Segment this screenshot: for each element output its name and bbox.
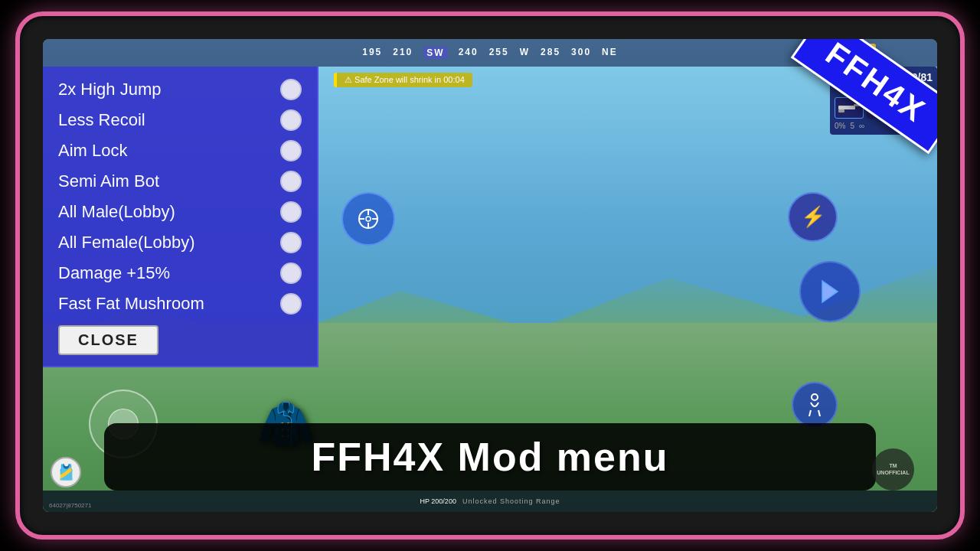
crosshair-button[interactable] bbox=[341, 192, 395, 246]
safe-zone-icon: ⚠ bbox=[345, 75, 354, 84]
mod-item-toggle-0[interactable] bbox=[280, 79, 302, 100]
mod-menu-item-1[interactable]: Less Recoil bbox=[43, 105, 317, 135]
compass-300: 300 bbox=[571, 47, 591, 59]
mod-item-label-0: 2x High Jump bbox=[58, 80, 280, 99]
compass-285: 285 bbox=[541, 47, 560, 59]
mod-item-label-1: Less Recoil bbox=[58, 110, 280, 130]
avatar-icon: 🎽 bbox=[57, 463, 76, 481]
player-coords: 64027|8750271 bbox=[49, 502, 91, 509]
watermark-line2: UNOFFICIAL bbox=[877, 470, 909, 476]
mod-item-toggle-1[interactable] bbox=[280, 109, 302, 131]
hp-display: HP 200/200 bbox=[420, 497, 456, 505]
mod-item-label-5: All Female(Lobby) bbox=[58, 233, 280, 253]
svg-line-14 bbox=[809, 410, 811, 416]
compass-w: W bbox=[520, 47, 530, 59]
mod-menu-item-6[interactable]: Damage +15% bbox=[43, 258, 317, 289]
mod-item-toggle-4[interactable] bbox=[280, 201, 302, 223]
mod-item-label-3: Semi Aim Bot bbox=[58, 171, 280, 191]
title-text: FFH4X Mod menu bbox=[311, 434, 668, 480]
mod-menu-item-2[interactable]: Aim Lock bbox=[43, 135, 317, 166]
svg-point-13 bbox=[812, 394, 818, 400]
tablet-frame: 195 210 SW 240 255 W 285 300 NE F 100 ⚠ … bbox=[15, 11, 965, 540]
compass-195: 195 bbox=[362, 47, 382, 59]
mod-item-toggle-6[interactable] bbox=[280, 262, 302, 284]
compass-210: 210 bbox=[393, 47, 413, 59]
ability-button[interactable]: ⚡ bbox=[788, 192, 838, 242]
bottom-status-text: Unlocked Shooting Range bbox=[462, 497, 560, 505]
mod-menu-item-3[interactable]: Semi Aim Bot bbox=[43, 166, 317, 197]
svg-marker-12 bbox=[822, 281, 838, 302]
svg-line-15 bbox=[818, 410, 820, 416]
compass-255: 255 bbox=[489, 47, 509, 59]
mod-menu-item-7[interactable]: Fast Fat Mushroom bbox=[43, 289, 317, 319]
mod-item-toggle-2[interactable] bbox=[280, 140, 302, 161]
mod-item-toggle-3[interactable] bbox=[280, 171, 302, 192]
mod-item-label-2: Aim Lock bbox=[58, 141, 280, 161]
close-button[interactable]: CLOSE bbox=[58, 325, 158, 355]
corner-logo-text: FFH4X bbox=[791, 39, 937, 154]
mod-menu-item-0[interactable]: 2x High Jump bbox=[43, 74, 317, 105]
svg-point-11 bbox=[366, 217, 371, 221]
compass-sw: SW bbox=[423, 47, 447, 59]
mod-item-label-7: Fast Fat Mushroom bbox=[58, 294, 280, 314]
shoot-button[interactable] bbox=[799, 261, 861, 322]
safe-zone-text: Safe Zone will shrink in 00:04 bbox=[354, 75, 465, 84]
mod-menu-item-5[interactable]: All Female(Lobby) bbox=[43, 227, 317, 258]
compass-bar: 195 210 SW 240 255 W 285 300 NE bbox=[362, 47, 618, 59]
compass-ne: NE bbox=[602, 47, 618, 59]
watermark-line1: TM bbox=[889, 463, 897, 469]
compass-240: 240 bbox=[459, 47, 479, 59]
watermark: TM UNOFFICIAL bbox=[872, 448, 914, 491]
mod-item-label-6: Damage +15% bbox=[58, 263, 280, 283]
game-screen: 195 210 SW 240 255 W 285 300 NE F 100 ⚠ … bbox=[43, 39, 937, 512]
corner-logo: FFH4X bbox=[784, 39, 937, 192]
crouch-button[interactable] bbox=[792, 382, 838, 428]
mod-menu-item-4[interactable]: All Male(Lobby) bbox=[43, 197, 317, 227]
title-banner: FFH4X Mod menu bbox=[104, 423, 876, 491]
mod-menu-panel: 2x High JumpLess RecoilAim LockSemi Aim … bbox=[43, 67, 318, 367]
mod-item-toggle-5[interactable] bbox=[280, 232, 302, 253]
mod-item-toggle-7[interactable] bbox=[280, 293, 302, 315]
safe-zone-banner: ⚠ Safe Zone will shrink in 00:04 bbox=[334, 73, 472, 87]
player-avatar[interactable]: 🎽 bbox=[51, 457, 81, 487]
mod-menu-items: 2x High JumpLess RecoilAim LockSemi Aim … bbox=[43, 74, 317, 319]
mod-item-label-4: All Male(Lobby) bbox=[58, 202, 280, 222]
hud-bottom-bar: 🎽 HP 200/200 Unlocked Shooting Range 640… bbox=[43, 491, 937, 512]
